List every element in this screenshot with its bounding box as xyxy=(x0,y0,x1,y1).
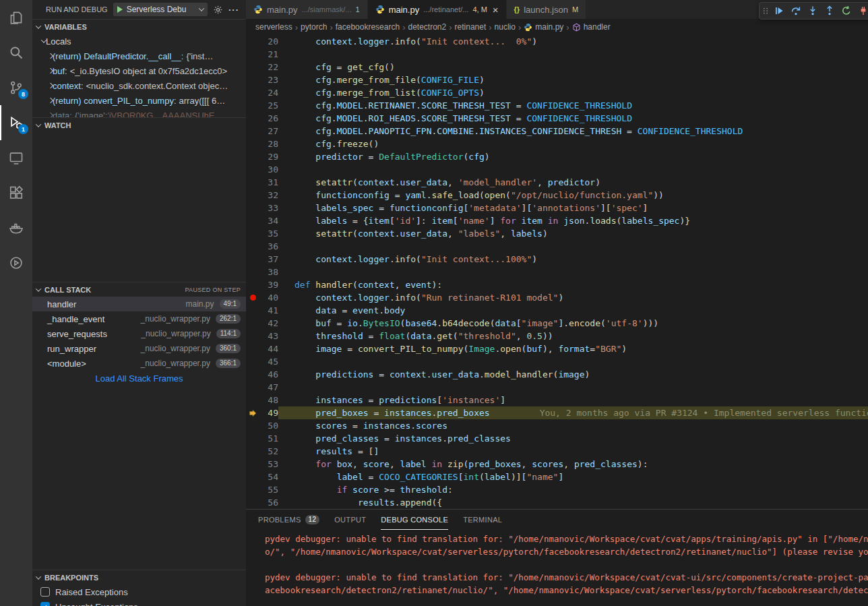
breadcrumb-item-pytorch[interactable]: pytorch xyxy=(301,22,327,32)
glyph-margin[interactable] xyxy=(246,355,259,368)
debug-step-into-button[interactable] xyxy=(804,3,821,18)
stack-frame-serve_requests[interactable]: serve_requests_nuclio_wrapper.py114:1 xyxy=(32,326,246,341)
breakpoint-item[interactable]: ✓Uncaught Exceptions xyxy=(32,599,246,606)
code-line-55[interactable]: 55 if score >= threshold: xyxy=(246,483,868,496)
code-line-28[interactable]: 28 cfg.freeze() xyxy=(246,138,868,150)
activitybar-item-search[interactable] xyxy=(0,35,32,70)
code-line-20[interactable]: 20 context.logger.info("Init context... … xyxy=(246,35,868,48)
code-line-45[interactable]: 45 xyxy=(246,355,868,368)
code-line-39[interactable]: 39def handler(context, event): xyxy=(246,278,868,291)
variable-item[interactable]: buf:<_io.BytesIO object at 0x7f5a2dc1ecc… xyxy=(32,63,246,78)
variables-section-header[interactable]: VARIABLES xyxy=(32,19,246,34)
glyph-margin[interactable] xyxy=(246,342,259,355)
stack-frame-run_wrapper[interactable]: run_wrapper_nuclio_wrapper.py360:1 xyxy=(32,341,246,356)
glyph-margin[interactable] xyxy=(246,227,259,240)
debug-restart-button[interactable] xyxy=(838,3,855,18)
glyph-margin[interactable] xyxy=(246,266,259,278)
code-line-34[interactable]: 34 labels = {item['id']: item['name'] fo… xyxy=(246,214,868,227)
code-line-49[interactable]: 49 pred_boxes = instances.pred_boxesYou,… xyxy=(246,406,868,419)
glyph-margin[interactable] xyxy=(246,253,259,266)
code-line-32[interactable]: 32 functionconfig = yaml.safe_load(open(… xyxy=(246,189,868,202)
code-line-21[interactable]: 21 xyxy=(246,48,868,61)
breadcrumb-item-main.py[interactable]: main.py xyxy=(524,22,563,32)
glyph-margin[interactable] xyxy=(246,471,259,483)
code-line-48[interactable]: 48 instances = predictions['instances'] xyxy=(246,394,868,406)
panel-tab-terminal[interactable]: TERMINAL xyxy=(463,510,502,530)
glyph-margin[interactable] xyxy=(246,61,259,73)
code-line-56[interactable]: 56 results.append({ xyxy=(246,496,868,509)
editor-tab-main.py[interactable]: main.py.../retinanet/...4, M× xyxy=(368,0,507,19)
glyph-margin[interactable] xyxy=(246,445,259,458)
code-line-33[interactable]: 33 labels_spec = functionconfig['metadat… xyxy=(246,202,868,214)
glyph-margin[interactable] xyxy=(246,86,259,99)
code-line-54[interactable]: 54 label = COCO_CATEGORIES[int(label)]["… xyxy=(246,471,868,483)
activitybar-item-play-circle[interactable] xyxy=(0,245,32,280)
code-line-41[interactable]: 41 data = event.body xyxy=(246,304,868,317)
activitybar-item-extensions[interactable] xyxy=(0,175,32,210)
more-actions-icon[interactable]: ··· xyxy=(228,5,239,15)
callstack-section-header[interactable]: CALL STACK PAUSED ON STEP xyxy=(32,282,246,297)
variable-item[interactable]: data:{'image': 'iVBOR0KG…AAAANSUhE… xyxy=(32,108,246,117)
code-line-23[interactable]: 23 cfg.merge_from_file(CONFIG_FILE) xyxy=(246,73,868,86)
code-line-22[interactable]: 22 cfg = get_cfg() xyxy=(246,61,868,73)
debug-step-over-button[interactable] xyxy=(787,3,804,18)
stack-frame-handler[interactable]: handlermain.py49:1 xyxy=(32,297,246,311)
glyph-margin[interactable] xyxy=(246,189,259,202)
code-line-51[interactable]: 51 pred_classes = instances.pred_classes xyxy=(246,432,868,445)
code-line-47[interactable]: 47 xyxy=(246,381,868,394)
breadcrumb-item-handler[interactable]: handler xyxy=(572,22,611,32)
glyph-margin[interactable] xyxy=(246,483,259,496)
breadcrumb-item-serverless[interactable]: serverless xyxy=(255,22,292,32)
code-line-31[interactable]: 31 setattr(context.user_data, 'model_han… xyxy=(246,176,868,189)
debug-step-out-button[interactable] xyxy=(821,3,838,18)
debug-continue-button[interactable] xyxy=(770,3,787,18)
glyph-margin[interactable] xyxy=(246,163,259,176)
glyph-margin[interactable] xyxy=(246,458,259,471)
console-output[interactable]: pydev debugger: unable to find translati… xyxy=(246,530,868,606)
variable-item[interactable]: context:<nuclio_sdk.context.Context obje… xyxy=(32,78,246,93)
code-line-29[interactable]: 29 predictor = DefaultPredictor(cfg) xyxy=(246,150,868,163)
panel-tab-problems[interactable]: PROBLEMS12 xyxy=(258,510,319,530)
checkbox[interactable] xyxy=(40,587,50,597)
glyph-margin[interactable] xyxy=(246,202,259,214)
code-line-43[interactable]: 43 threshold = float(data.get("threshold… xyxy=(246,330,868,342)
debug-disconnect-button[interactable] xyxy=(855,3,868,18)
glyph-margin[interactable] xyxy=(246,35,259,48)
variable-item[interactable]: (return) convert_PIL_to_numpy:array([[[ … xyxy=(32,93,246,108)
code-line-38[interactable]: 38 xyxy=(246,266,868,278)
glyph-margin[interactable] xyxy=(246,138,259,150)
close-icon[interactable]: × xyxy=(493,5,499,15)
glyph-margin[interactable] xyxy=(246,48,259,61)
code-line-46[interactable]: 46 predictions = context.user_data.model… xyxy=(246,368,868,381)
glyph-margin[interactable] xyxy=(246,125,259,138)
glyph-margin[interactable] xyxy=(246,432,259,445)
watch-section-header[interactable]: WATCH xyxy=(32,117,246,132)
breakpoints-section-header[interactable]: BREAKPOINTS xyxy=(32,570,246,584)
glyph-margin[interactable] xyxy=(246,150,259,163)
code-line-50[interactable]: 50 scores = instances.scores xyxy=(246,419,868,432)
glyph-margin[interactable] xyxy=(246,496,259,509)
code-line-53[interactable]: 53 for box, score, label in zip(pred_box… xyxy=(246,458,868,471)
glyph-margin[interactable] xyxy=(246,394,259,406)
code-line-40[interactable]: 40 context.logger.info("Run retinanet-R1… xyxy=(246,291,868,304)
variable-item[interactable]: (return) DefaultPredictor.__call__:{'ins… xyxy=(32,49,246,63)
glyph-margin[interactable] xyxy=(246,381,259,394)
breadcrumb-item-retinanet[interactable]: retinanet xyxy=(455,22,487,32)
start-debug-icon[interactable] xyxy=(117,6,123,13)
activitybar-item-remote-window[interactable] xyxy=(0,140,32,175)
checkbox[interactable]: ✓ xyxy=(40,602,50,606)
breakpoint-item[interactable]: Raised Exceptions xyxy=(32,584,246,599)
activitybar-item-source-control[interactable]: 8 xyxy=(0,70,32,105)
glyph-margin[interactable] xyxy=(246,330,259,342)
code-lines[interactable]: 20 context.logger.info("Init context... … xyxy=(246,35,868,509)
glyph-margin[interactable] xyxy=(246,291,259,304)
launch-config-dropdown[interactable]: Serverless Debu xyxy=(113,3,208,16)
stack-frame-_handle_event[interactable]: _handle_event_nuclio_wrapper.py262:1 xyxy=(32,311,246,326)
glyph-margin[interactable] xyxy=(246,176,259,189)
code-line-30[interactable]: 30 xyxy=(246,163,868,176)
code-line-52[interactable]: 52 results = [] xyxy=(246,445,868,458)
breadcrumb-item-detectron2[interactable]: detectron2 xyxy=(408,22,446,32)
activitybar-item-run-debug[interactable]: 1 xyxy=(0,105,32,140)
glyph-margin[interactable] xyxy=(246,304,259,317)
code-line-27[interactable]: 27 cfg.MODEL.PANOPTIC_FPN.COMBINE.INSTAN… xyxy=(246,125,868,138)
